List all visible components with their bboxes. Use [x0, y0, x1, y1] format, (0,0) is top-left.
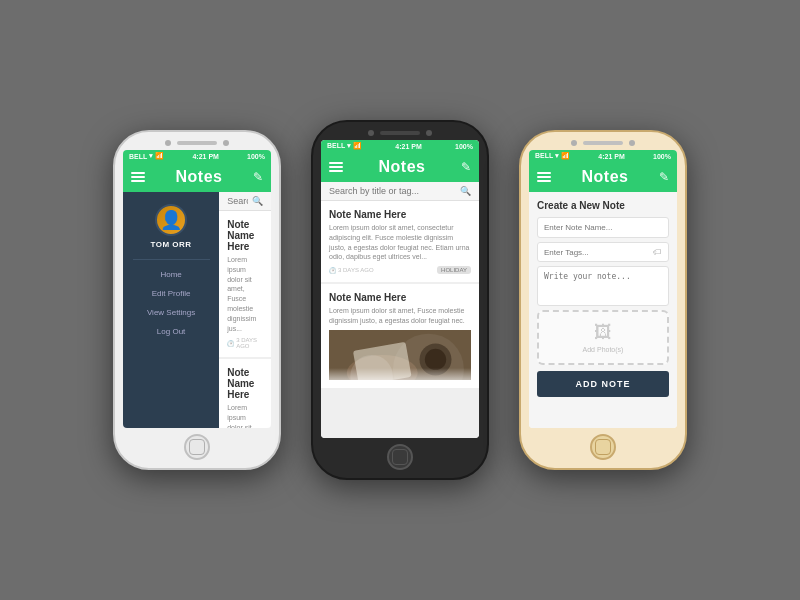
sidebar-drawer: 👤 TOM ORR Home Edit Profile View Setting…	[123, 192, 219, 428]
edit-icon-2[interactable]: ✎	[461, 160, 471, 174]
note-textarea[interactable]	[537, 266, 669, 306]
photo-upload-label: Add Photo(s)	[583, 346, 624, 353]
note-title-2: Note Name Here	[227, 367, 263, 400]
tags-input-container: 🏷	[537, 242, 669, 262]
home-inner-2	[392, 449, 408, 465]
status-bar-3: BELL ▾ 📶 4:21 PM 100%	[529, 150, 677, 162]
drawer-divider	[133, 259, 210, 260]
phone-1-screen: BELL ▾ 📶 4:21 PM 100% Notes ✎ 👤 TOM ORR …	[123, 150, 271, 428]
camera-dot-3	[368, 130, 374, 136]
sidebar-item-view-settings[interactable]: View Settings	[123, 306, 219, 319]
home-button-1[interactable]	[184, 434, 210, 460]
app-title-1: Notes	[176, 168, 223, 186]
avatar: 👤	[155, 204, 187, 236]
speaker-bar-2	[380, 131, 420, 135]
note-body-2: Lorem ipsum dolor sit amet, Fusce molest…	[227, 403, 263, 428]
tags-input[interactable]	[544, 248, 653, 257]
camera-dot-5	[571, 140, 577, 146]
drawer-username: TOM ORR	[151, 240, 192, 249]
phone-3-screen: BELL ▾ 📶 4:21 PM 100% Notes ✎ Create a N…	[529, 150, 677, 428]
home-button-2[interactable]	[387, 444, 413, 470]
home-inner-1	[189, 439, 205, 455]
hamburger-icon[interactable]	[131, 172, 145, 182]
search-bar-1: 🔍	[219, 192, 271, 211]
phone-2-bottom	[387, 438, 413, 478]
phone-3-bottom	[590, 428, 616, 468]
hamburger-icon-3[interactable]	[537, 172, 551, 182]
status-bar-2: BELL ▾ 📶 4:21 PM 100%	[321, 140, 479, 152]
phone-3-top	[521, 132, 685, 150]
camera-dot	[165, 140, 171, 146]
app-header-3: Notes ✎	[529, 162, 677, 192]
search-input-1[interactable]	[227, 196, 248, 206]
edit-icon-3[interactable]: ✎	[659, 170, 669, 184]
app-header-2: Notes ✎	[321, 152, 479, 182]
note-body-1: Lorem ipsum dolor sit amet, Fusce molest…	[227, 255, 263, 333]
note-date-3: 🕐 3 DAYS AGO	[329, 267, 374, 274]
add-note-button[interactable]: ADD NOTE	[537, 371, 669, 397]
note-card-2[interactable]: Note Name Here Lorem ipsum dolor sit ame…	[219, 359, 271, 428]
search-icon-1: 🔍	[252, 196, 263, 206]
phone-1: BELL ▾ 📶 4:21 PM 100% Notes ✎ 👤 TOM ORR …	[113, 130, 281, 470]
sidebar-item-edit-profile[interactable]: Edit Profile	[123, 287, 219, 300]
note-body-4: Lorem ipsum dolor sit amet, Fusce molest…	[329, 306, 471, 326]
phone-2-top	[313, 122, 487, 140]
phone-2: BELL ▾ 📶 4:21 PM 100% Notes ✎ 🔍 Note Nam…	[311, 120, 489, 480]
app-title-2: Notes	[379, 158, 426, 176]
status-bar-1: BELL ▾ 📶 4:21 PM 100%	[123, 150, 271, 162]
note-title-4: Note Name Here	[329, 292, 471, 303]
phone-1-top	[115, 132, 279, 150]
note-image	[329, 330, 471, 380]
camera-dot-4	[426, 130, 432, 136]
edit-icon-1[interactable]: ✎	[253, 170, 263, 184]
phone-3: BELL ▾ 📶 4:21 PM 100% Notes ✎ Create a N…	[519, 130, 687, 470]
speaker-bar	[177, 141, 217, 145]
hamburger-icon-2[interactable]	[329, 162, 343, 172]
photo-upload-area[interactable]: 🖼 Add Photo(s)	[537, 310, 669, 365]
photo-upload-icon: 🖼	[594, 322, 612, 343]
status-carrier-1: BELL ▾ 📶	[129, 152, 164, 160]
home-inner-3	[595, 439, 611, 455]
home-button-3[interactable]	[590, 434, 616, 460]
camera-dot-6	[629, 140, 635, 146]
create-note-form: Create a New Note 🏷 🖼 Add Photo(s) ADD N…	[529, 192, 677, 428]
note-name-input[interactable]	[537, 217, 669, 238]
sidebar-item-logout[interactable]: Log Out	[123, 325, 219, 338]
tag-icon: 🏷	[653, 247, 662, 257]
drawer-container: 👤 TOM ORR Home Edit Profile View Setting…	[123, 192, 271, 428]
note-card-1[interactable]: Note Name Here Lorem ipsum dolor sit ame…	[219, 211, 271, 357]
note-tag-3: HOLIDAY	[437, 266, 471, 274]
search-input-2[interactable]	[329, 186, 456, 196]
camera-dot-2	[223, 140, 229, 146]
note-title-1: Note Name Here	[227, 219, 263, 252]
notes-list-2: Note Name Here Lorem ipsum dolor sit ame…	[321, 201, 479, 438]
create-note-label: Create a New Note	[537, 200, 669, 211]
app-title-3: Notes	[582, 168, 629, 186]
note-date-1: 🕐 3 DAYS AGO	[227, 337, 263, 349]
note-title-3: Note Name Here	[329, 209, 471, 220]
speaker-bar-3	[583, 141, 623, 145]
sidebar-item-home[interactable]: Home	[123, 268, 219, 281]
note-footer-1: 🕐 3 DAYS AGO	[227, 337, 263, 349]
phone-2-screen: BELL ▾ 📶 4:21 PM 100% Notes ✎ 🔍 Note Nam…	[321, 140, 479, 438]
search-bar-2: 🔍	[321, 182, 479, 201]
phone-1-bottom	[184, 428, 210, 468]
note-card-3[interactable]: Note Name Here Lorem ipsum dolor sit ame…	[321, 201, 479, 282]
note-footer-3: 🕐 3 DAYS AGO HOLIDAY	[329, 266, 471, 274]
notes-list-1: Note Name Here Lorem ipsum dolor sit ame…	[219, 211, 271, 428]
app-header-1: Notes ✎	[123, 162, 271, 192]
note-card-4[interactable]: Note Name Here Lorem ipsum dolor sit ame…	[321, 284, 479, 388]
drawer-right-content: 🔍 Note Name Here Lorem ipsum dolor sit a…	[219, 192, 271, 428]
search-icon-2: 🔍	[460, 186, 471, 196]
note-image-overlay	[329, 330, 471, 380]
note-body-3: Lorem ipsum dolor sit amet, consectetur …	[329, 223, 471, 262]
